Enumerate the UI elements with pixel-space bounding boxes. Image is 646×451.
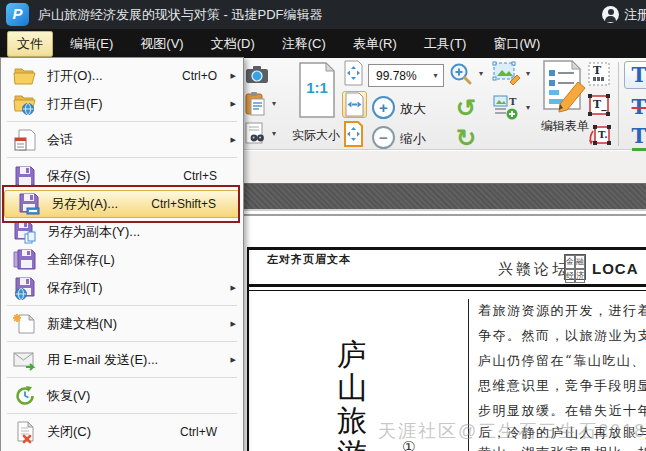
dropdown-icon[interactable]: ▾ — [526, 103, 530, 112]
zoom-level-combobox[interactable]: 99.78% ▾ — [368, 64, 444, 87]
menu-item-shortcut: Ctrl+S — [183, 169, 217, 183]
save-as-icon — [17, 192, 41, 216]
edit-form-button[interactable] — [540, 58, 586, 116]
snapshot-button[interactable] — [243, 61, 271, 87]
menu-item-shortcut: Ctrl+Shift+S — [151, 197, 216, 211]
dropdown-icon[interactable]: ▾ — [526, 69, 530, 78]
menu-item-label: 恢复(V) — [47, 387, 90, 405]
menu-item-open[interactable]: 打开(O)... Ctrl+O ▶ — [1, 62, 243, 90]
body-text-line: 庐山仍停留在“靠山吃山、靠天吃 — [478, 352, 646, 370]
session-icon — [13, 128, 37, 152]
menu-item-label: 打开(O)... — [47, 67, 103, 85]
menu-item-label: 关闭(C) — [47, 423, 91, 441]
actual-size-label: 实际大小 — [287, 127, 345, 144]
menu-tools[interactable]: 工具(T) — [414, 31, 477, 57]
menu-item-close[interactable]: 关闭(C) Ctrl+W — [1, 418, 243, 446]
text-line-button[interactable]: T_ — [586, 92, 612, 120]
menu-form[interactable]: 表单(R) — [343, 31, 407, 57]
fit-page-button[interactable] — [342, 60, 367, 87]
body-text-line: 争夺。然而，以旅游业为支柱产业 — [478, 327, 646, 345]
menu-file[interactable]: 文件 — [7, 31, 53, 57]
fit-width-button[interactable] — [342, 91, 367, 118]
menu-item-save[interactable]: 保存(S) Ctrl+S — [1, 162, 243, 190]
menu-item-shortcut: Ctrl+W — [180, 425, 217, 439]
watermark-text: 天涯社区@三生石三生石2018 — [378, 419, 646, 443]
edit-object-button[interactable] — [491, 59, 523, 89]
clipboard-icon — [243, 91, 267, 117]
menu-view[interactable]: 视图(V) — [130, 31, 193, 57]
search-document-button[interactable] — [240, 120, 270, 148]
title-char: 旅 — [334, 404, 370, 437]
save-copy-icon — [13, 220, 37, 244]
menu-item-session[interactable]: 会话 ▶ — [1, 126, 243, 154]
menu-comment[interactable]: 注释(C) — [272, 31, 336, 57]
dropdown-icon[interactable]: ▾ — [272, 129, 276, 138]
divider — [618, 62, 619, 146]
menu-item-open-from[interactable]: 打开自(F) ▶ — [1, 90, 243, 118]
menu-separator — [7, 305, 237, 306]
file-menu-dropdown: 打开(O)... Ctrl+O ▶ 打开自(F) ▶ — [0, 57, 244, 451]
menu-document[interactable]: 文档(D) — [201, 31, 265, 57]
add-content-button[interactable]: T — [491, 93, 523, 123]
dropdown-icon[interactable]: ▾ — [272, 99, 276, 108]
menu-item-label: 保存到(T) — [47, 279, 103, 297]
paste-button[interactable] — [240, 90, 270, 118]
rotate-right-button[interactable]: ↻ — [452, 124, 480, 152]
register-button[interactable]: 注册 — [602, 0, 646, 29]
text-field-button[interactable]: T — [586, 60, 612, 90]
text-tool-T-underline: T — [632, 124, 646, 151]
svg-text:T.: T. — [598, 129, 608, 140]
zoom-out-button[interactable]: − — [371, 125, 396, 150]
bold-text-button[interactable]: T — [624, 61, 646, 89]
revert-icon — [13, 384, 37, 408]
title-char: 庐 — [334, 338, 370, 371]
new-document-icon — [13, 312, 37, 336]
menu-separator — [7, 121, 237, 122]
menu-item-save-as-copy[interactable]: 另存为副本(Y)... — [1, 218, 243, 246]
page-header-top-rule — [247, 247, 646, 250]
menu-edit[interactable]: 编辑(E) — [60, 31, 123, 57]
minus-icon: − — [372, 126, 395, 149]
journal-box-char: 济 — [575, 269, 585, 283]
zoom-level-value: 99.78% — [369, 69, 428, 83]
menu-item-new-document[interactable]: 新建文档(N) ▶ — [1, 310, 243, 338]
menu-item-label: 新建文档(N) — [47, 315, 117, 333]
page-header-rule-thick — [247, 284, 646, 287]
menu-separator — [7, 377, 237, 378]
marquee-zoom-button[interactable] — [447, 60, 475, 88]
menu-item-save-all[interactable]: 全部保存(L) — [1, 246, 243, 274]
menu-item-revert[interactable]: 恢复(V) — [1, 382, 243, 410]
menu-item-label: 另存为(A)... — [51, 195, 118, 213]
chevron-down-icon[interactable]: ▾ — [428, 71, 443, 80]
fit-width-icon — [343, 92, 366, 117]
menu-item-send-email[interactable]: 用 E-mail 发送(E)... ▶ — [1, 346, 243, 374]
svg-text:T: T — [509, 96, 517, 107]
journal-name: 兴赣论坛 — [498, 260, 570, 279]
page-left-border — [247, 247, 249, 451]
ratio-label: 1:1 — [295, 79, 339, 96]
title-char: 游 — [334, 437, 370, 451]
strikethrough-text-button[interactable]: T — [624, 93, 646, 121]
zoom-in-button[interactable]: + — [371, 95, 396, 120]
document-search-icon — [243, 121, 267, 147]
edit-form-label: 编辑表单 — [538, 118, 592, 135]
journal-box-char: 融 — [575, 255, 585, 269]
actual-size-button[interactable]: 1:1 — [295, 59, 339, 121]
app-logo-icon: P — [6, 3, 29, 26]
body-text-line: 黄山、湖南张家界相比，却惊讶地 — [478, 444, 646, 451]
menu-item-save-to[interactable]: 保存到(T) ▶ — [1, 274, 243, 302]
fit-visible-button[interactable] — [342, 121, 367, 148]
menu-item-label: 全部保存(L) — [47, 251, 115, 269]
menu-window[interactable]: 窗口(W) — [483, 31, 550, 57]
menu-item-save-as[interactable]: 另存为(A)... Ctrl+Shift+S — [4, 190, 240, 218]
rotate-left-button[interactable]: ↺ — [452, 94, 480, 122]
page-header-rule-thin — [247, 290, 646, 291]
submenu-arrow-icon: ▶ — [231, 320, 236, 328]
save-to-icon — [13, 276, 37, 300]
edit-form-icon — [540, 58, 586, 116]
journal-box-char: 金 — [565, 255, 575, 269]
email-icon — [13, 348, 37, 372]
text-arrow-button[interactable]: T. — [586, 122, 612, 150]
dropdown-icon[interactable]: ▾ — [479, 69, 483, 78]
underline-text-button[interactable]: T — [624, 123, 646, 151]
